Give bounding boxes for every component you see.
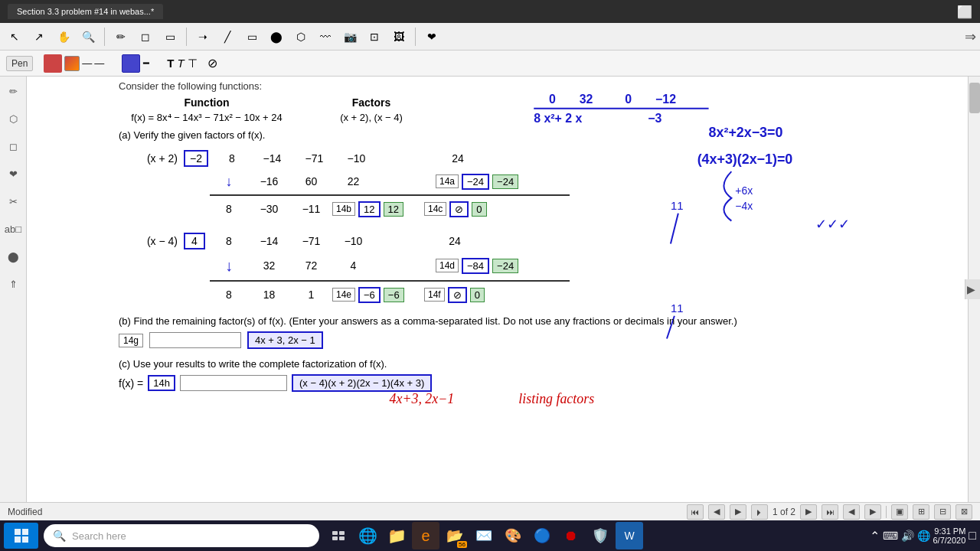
nav-prev[interactable]: ◀ <box>708 504 725 520</box>
content-area: 0 32 0 −12 8 x²+ 2 x −3 8x²+2x−3=0 (4x+3… <box>27 77 980 502</box>
hand-tool[interactable]: ✋ <box>53 26 74 47</box>
left-btn-1[interactable]: ✏ <box>2 80 24 102</box>
eraser-btn[interactable]: ⊘ <box>207 56 217 70</box>
syn-coef-2: −14 <box>251 152 293 165</box>
taskbar-search[interactable]: 🔍 Search here <box>44 524 319 547</box>
thick-line[interactable]: ━ <box>143 57 149 69</box>
input-14g[interactable] <box>149 332 241 348</box>
nav-play-circle[interactable]: ⏵ <box>751 504 768 520</box>
syn-row3: 8 −30 −11 14b 12 12 14c ⊘ 0 <box>210 197 965 220</box>
highlight-tool[interactable]: ▭ <box>159 26 181 47</box>
tab-label: Section 3.3 problem #14 in webas...* <box>17 7 154 16</box>
part-b-row: 14g 4x + 3, 2x − 1 <box>119 331 965 349</box>
svg-rect-20 <box>332 531 338 535</box>
function-value: f(x) = 8x⁴ − 14x³ − 71x² − 10x + 24 <box>119 112 295 123</box>
eraser-tool[interactable]: ◻ <box>135 26 156 47</box>
syn-coef-1: 8 <box>213 152 251 165</box>
record-btn[interactable]: ⏺ <box>557 522 585 549</box>
fileexplorer-btn[interactable]: 📂 56 <box>441 522 469 549</box>
word-btn[interactable]: W <box>616 522 643 549</box>
line-style[interactable]: — <box>82 57 92 69</box>
syn-div-1: (x + 2) −2 8 −14 −71 −10 24 ↓ −16 60 2 <box>126 147 965 220</box>
line-width[interactable]: — <box>94 57 104 69</box>
shape-rect[interactable]: ▭ <box>241 26 263 47</box>
left-btn-6[interactable]: ab□ <box>2 218 24 240</box>
mail-btn[interactable]: ✉️ <box>470 522 498 549</box>
left-btn-2[interactable]: ⬡ <box>2 108 24 129</box>
text-tool-T1[interactable]: T <box>167 57 174 70</box>
camera-tool[interactable]: 📷 <box>339 26 361 47</box>
start-button[interactable] <box>4 523 38 549</box>
syn2-ans-14d: 14d −84 −24 <box>436 258 518 274</box>
crop-tool[interactable]: ⊡ <box>364 26 385 47</box>
ie-btn[interactable]: e <box>412 522 439 549</box>
edge-btn[interactable]: 🌐 <box>354 522 381 549</box>
nav-play[interactable]: ▶ <box>730 504 746 520</box>
input-14h[interactable] <box>180 375 287 391</box>
syn2-row1: (x − 4) 4 8 −14 −71 −10 24 <box>126 230 965 253</box>
color-red[interactable] <box>44 54 62 73</box>
table-header: Function Factors <box>119 96 965 109</box>
left-btn-5[interactable]: ✂ <box>2 191 24 212</box>
svg-rect-17 <box>22 529 28 535</box>
maximize-btn[interactable]: ⬜ <box>957 5 972 19</box>
nav-back[interactable]: ◀ <box>843 504 860 520</box>
shape-circle[interactable]: ⬤ <box>266 26 287 47</box>
chrome-btn[interactable]: 🔵 <box>528 522 556 549</box>
right-arrow-btn[interactable]: ⇒ <box>965 28 976 45</box>
nav-controls: ⏮ ◀ ▶ ⏵ 1 of 2 ▶ ⏭ ◀ ▶ ▣ ⊞ ⊟ ⊠ <box>687 504 972 520</box>
left-btn-7[interactable]: ⬤ <box>2 246 24 267</box>
nav-forward[interactable]: ▶ <box>864 504 881 520</box>
select-tool[interactable]: ↗ <box>28 26 50 47</box>
view-double[interactable]: ⊞ <box>913 504 929 520</box>
view-grid[interactable]: ⊟ <box>934 504 951 520</box>
syn-res-2: −30 <box>248 203 290 215</box>
color-blue[interactable] <box>122 54 140 73</box>
input-14f[interactable]: ⊘ <box>448 287 467 303</box>
input-14e[interactable]: −6 <box>358 287 381 303</box>
title-tab[interactable]: Section 3.3 problem #14 in webas...* <box>8 4 163 19</box>
status-bar: Modified ⏮ ◀ ▶ ⏵ 1 of 2 ▶ ⏭ ◀ ▶ ▣ ⊞ ⊟ ⊠ <box>0 502 980 520</box>
input-14b[interactable]: 12 <box>358 201 380 217</box>
left-btn-4[interactable]: ❤ <box>2 163 24 184</box>
freeform-tool[interactable]: 〰 <box>315 26 336 47</box>
shape-arrow[interactable]: ➝ <box>192 26 214 47</box>
taskview-btn[interactable] <box>325 522 352 549</box>
right-panel-toggle[interactable]: ▶ <box>965 279 980 299</box>
arrow-tool[interactable]: ↖ <box>4 26 25 47</box>
norton-btn[interactable]: 🛡️ <box>586 522 614 549</box>
heart-tool[interactable]: ❤ <box>421 26 443 47</box>
text-tool-T2[interactable]: T <box>178 57 185 70</box>
paint-btn[interactable]: 🎨 <box>499 522 527 549</box>
text-tool-T3[interactable]: ⊤ <box>188 57 198 70</box>
check-14e: −6 <box>384 288 404 302</box>
show-desktop-btn[interactable]: □ <box>969 529 976 543</box>
keyboard-icon[interactable]: ⌨ <box>883 530 898 542</box>
left-btn-3[interactable]: ◻ <box>2 135 24 157</box>
nav-next[interactable]: ▶ <box>800 504 817 520</box>
answer-14g: 4x + 3, 2x − 1 <box>247 331 323 349</box>
pen-tool[interactable]: ✏ <box>110 26 132 47</box>
volume-icon[interactable]: 🔊 <box>901 530 914 542</box>
syn-row2: ↓ −16 60 22 14a −24 −24 <box>210 170 965 193</box>
color-picker[interactable] <box>64 56 80 71</box>
system-tray: ⌃ ⌨ 🔊 🌐 9:31 PM 6/7/2020 □ <box>870 527 977 545</box>
image-tool[interactable]: 🖼 <box>388 26 410 47</box>
function-factors-row: f(x) = 8x⁴ − 14x³ − 71x² − 10x + 24 (x +… <box>119 112 965 123</box>
nav-last[interactable]: ⏭ <box>822 504 838 520</box>
lasso-tool[interactable]: ⬡ <box>290 26 312 47</box>
zoom-tool[interactable]: 🔍 <box>77 26 99 47</box>
view-single[interactable]: ▣ <box>891 504 908 520</box>
chevron-up-icon[interactable]: ⌃ <box>870 529 880 543</box>
check-14d: −24 <box>492 259 518 273</box>
input-14a[interactable]: −24 <box>462 174 489 190</box>
windows-icon <box>14 528 29 543</box>
shape-line[interactable]: ╱ <box>217 26 238 47</box>
view-fit[interactable]: ⊠ <box>956 504 972 520</box>
explorer-btn[interactable]: 📁 <box>383 522 410 549</box>
network-icon[interactable]: 🌐 <box>917 530 930 542</box>
input-14d[interactable]: −84 <box>462 258 489 274</box>
input-14c[interactable]: ⊘ <box>449 201 469 217</box>
nav-first[interactable]: ⏮ <box>687 504 704 520</box>
left-btn-8[interactable]: ⇑ <box>2 273 24 295</box>
